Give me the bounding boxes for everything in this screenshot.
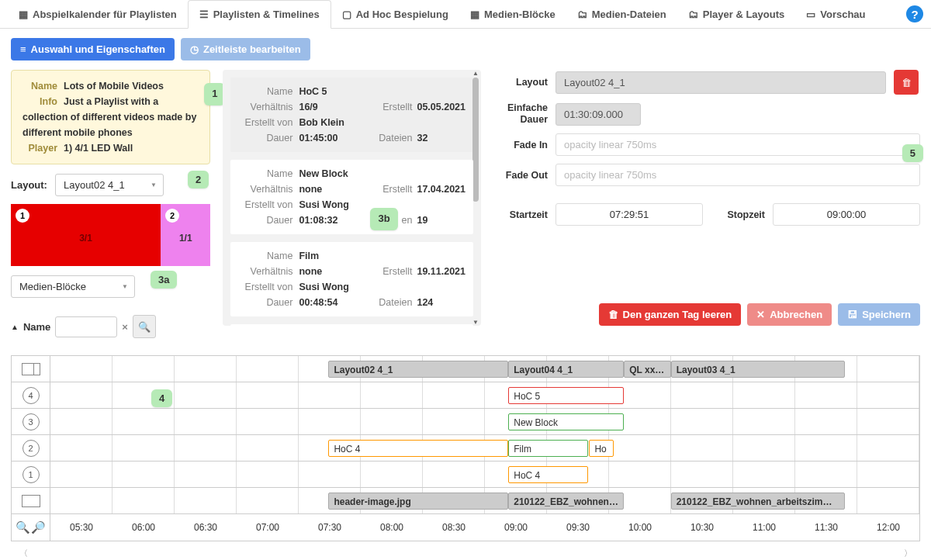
timeline-bar[interactable]: Layout03 4_1 [671,361,845,378]
timeline-head-2: 2 [12,435,50,461]
fadein-label: Fade In [493,140,548,150]
timeline-bar[interactable]: HoC 4 [328,440,508,457]
badge-4: 4 [151,389,172,407]
tab-calendar[interactable]: ▦Abspielkalender für Playlisten [8,1,188,28]
time-label: 08:30 [423,514,485,541]
time-label: 11:00 [733,514,795,541]
timeline-bar[interactable]: 210122_EBZ_wohnen_arbeitszimmer_00... [671,493,845,510]
stoptime-input[interactable] [773,203,920,226]
fadeout-label: Fade Out [493,170,548,181]
tab-adhoc[interactable]: ▢Ad Hoc Bespielung [331,1,459,28]
zoom-out-icon: 🔎 [31,520,46,534]
timeline-bar[interactable]: Layout04 4_1 [508,361,624,378]
trash-icon: 🗑 [608,309,618,320]
scroll-up-icon[interactable]: ▲ [472,70,479,77]
timeline-bar[interactable]: New Block [508,413,624,430]
vr-icon: ▭ [806,9,815,20]
badge-1: 1 [204,83,225,105]
calendar-icon: ▦ [19,9,28,20]
timeline-head-layout [12,356,50,382]
time-label: 05:30 [50,514,112,541]
badge-5: 5 [902,144,923,162]
playlist-info-box: NameLots of Mobile Videos InfoJust a Pla… [11,70,210,164]
horizontal-scrollbar[interactable]: 〈 〉 [11,544,920,560]
badge-2: 2 [188,171,209,188]
time-label: 09:30 [547,514,609,541]
time-label: 10:00 [609,514,671,541]
timeline-bar[interactable]: Film [508,440,588,457]
timeline-head-4: 4 [12,382,50,408]
badge-3b: 3b [370,208,397,230]
layout-label: Layout [493,77,548,88]
block-card[interactable]: NameHoC 5 Verhältnis16/9Erstellt05.05.20… [230,78,473,152]
clear-day-button[interactable]: 🗑Den ganzen Tag leeren [599,303,742,326]
block-list: ▲ ▼ NameHoC 5 Verhältnis16/9Erstellt05.0… [223,70,481,326]
list-icon: ≡ [20,43,26,55]
layout-value: Layout02 4_1 [555,71,886,94]
time-label: 06:00 [112,514,175,541]
scrollbar[interactable] [472,78,479,202]
timeline-bar[interactable]: Ho [589,440,613,457]
search-button[interactable]: 🔍 [133,315,156,338]
block-card[interactable]: NameFilm VerhältnisnoneErstellt19.11.202… [230,242,473,316]
tab-blocks[interactable]: ▦Medien-Blöcke [459,1,566,28]
search-icon: 🔍 [138,321,151,333]
time-label: 09:00 [485,514,547,541]
select-properties-button[interactable]: ≡Auswahl und Eigenschaften [11,38,175,60]
list-icon: ☰ [199,9,209,20]
sort-label: Name [23,321,50,333]
timeline-bar[interactable]: Layout02 4_1 [328,361,508,378]
edit-timeline-button[interactable]: ◷Zeitleiste bearbeiten [181,38,310,60]
timeline: Layout02 4_1Layout04 4_1QL xxx vi...Layo… [11,355,920,541]
time-label: 08:00 [361,514,423,541]
timeline-head-1: 1 [12,461,50,487]
tab-preview[interactable]: ▭Vorschau [795,1,876,28]
fadeout-input[interactable] [555,164,920,186]
layout-select[interactable]: Layout02 4_1 [55,174,164,196]
starttime-input[interactable] [555,203,703,226]
zoom-in-icon: 🔍 [16,520,30,534]
stoptime-label: Stopzeit [711,209,765,220]
timeline-bar[interactable]: 210122_EBZ_wohnen_ha... [508,493,624,510]
sort-asc-icon[interactable]: ▲ [11,323,19,331]
cancel-button[interactable]: ✕Abbrechen [747,303,832,326]
timeline-bar[interactable]: QL xxx vi... [624,361,670,378]
timeline-bar[interactable]: header-image.jpg [328,493,508,510]
trash-icon: 🗑 [902,77,912,88]
tab-playlists[interactable]: ☰Playlisten & Timelines [188,0,331,29]
zoom-controls[interactable]: 🔍🔎 [12,514,50,541]
badge-3a: 3a [151,271,177,289]
block-type-select[interactable]: Medien-Blöcke [11,275,135,298]
timeline-bar[interactable]: HoC 5 [508,387,624,404]
close-icon: ✕ [756,309,765,320]
grid-icon: ▦ [470,9,479,20]
delete-button[interactable]: 🗑 [894,70,919,95]
block-card[interactable]: NameNew Block VerhältnisnoneErstellt17.0… [230,160,473,234]
save-button[interactable]: 🖫Speichern [838,303,920,326]
top-nav: ▦Abspielkalender für Playlisten ☰Playlis… [0,0,931,29]
time-label: 11:30 [795,514,857,541]
save-icon: 🖫 [847,309,857,320]
block-card[interactable]: NameHoC 4 VerhältnisnoneErstellt01.06.20… [230,324,473,326]
timeline-head-footer [12,488,50,513]
timeline-bar[interactable]: HoC 4 [508,466,588,483]
files-icon: 🗂 [577,9,587,20]
chevron-left-icon[interactable]: 〈 [17,548,29,559]
fadein-input[interactable] [555,133,920,156]
layout-label: Layout: [11,179,47,191]
filter-input[interactable] [55,316,117,337]
time-label: 12:00 [857,514,919,541]
duration-label: Einfache Dauer [493,102,548,126]
square-icon: ▢ [342,9,351,20]
clear-filter-icon[interactable]: × [122,321,128,333]
help-icon[interactable]: ? [906,5,923,22]
duration-value: 01:30:09.000 [555,103,641,126]
time-label: 06:30 [175,514,237,541]
tab-player[interactable]: 🗂Player & Layouts [677,1,796,28]
scroll-down-icon[interactable]: ▼ [472,319,479,326]
chevron-right-icon[interactable]: 〉 [902,548,914,559]
time-label: 10:30 [671,514,733,541]
time-label: 07:30 [299,514,361,541]
tab-files[interactable]: 🗂Medien-Dateien [566,1,677,28]
starttime-label: Startzeit [493,209,548,220]
